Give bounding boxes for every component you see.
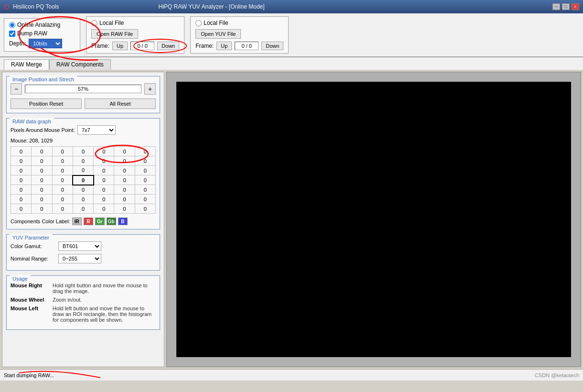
usage-desc: Hold right button and move the mouse to …	[53, 283, 156, 294]
dump-raw-checkbox[interactable]	[9, 31, 15, 37]
app-icon: ⬡	[4, 3, 9, 11]
grid-cell: 0	[114, 166, 135, 175]
grid-cell: 0	[135, 204, 155, 214]
grid-cell: 0	[11, 195, 32, 204]
usage-key: Mouse Left	[11, 305, 49, 323]
color-gb: Gb	[107, 218, 116, 225]
grid-cell: 0	[135, 195, 155, 204]
grid-cell: 0	[32, 195, 52, 204]
position-reset-button[interactable]: Position Reset	[11, 98, 82, 109]
yuv-parameter-title: YUV Parameter	[10, 234, 52, 241]
online-mode-radio[interactable]	[9, 22, 15, 28]
grid-cell: 0	[94, 166, 114, 175]
usage-row: Mouse LeftHold left button and move the …	[11, 305, 156, 323]
local-file1-radio[interactable]	[91, 20, 97, 26]
tab-raw-components[interactable]: RAW Components	[49, 59, 111, 70]
title-bar: ⬡ Hisilicon PQ Tools HiPQ RAW YUV Analyz…	[0, 0, 583, 13]
image-canvas	[176, 82, 571, 357]
grid-cell: 0	[52, 204, 73, 214]
grid-cell: 0	[73, 166, 93, 175]
app-name: Hisilicon PQ Tools	[13, 3, 59, 10]
image-position-section: Image Position and Strech − + Position R…	[6, 76, 160, 113]
frame1-down-button[interactable]: Down	[157, 42, 179, 50]
usage-row: Mouse WheelZoom in/out.	[11, 297, 156, 303]
raw-data-graph-section: RAW data graph Pixels Around Mouse Point…	[6, 118, 160, 229]
grid-cell: 0	[135, 175, 155, 185]
minimize-button[interactable]: −	[552, 3, 560, 10]
dump-raw-row: Dump RAW	[9, 30, 75, 37]
content-area: Image Position and Strech − + Position R…	[0, 70, 583, 369]
frame2-down-button[interactable]: Down	[261, 42, 283, 50]
grid-cell: 0	[32, 204, 52, 214]
grid-cell: 0	[11, 204, 32, 214]
color-ir: IR	[72, 218, 82, 225]
grid-cell: 0	[94, 175, 114, 185]
grid-cell: 0	[32, 185, 52, 195]
usage-desc: Zoom in/out.	[53, 297, 82, 303]
local-file2-frame-row: Frame: Up Down	[195, 42, 283, 50]
depth-select[interactable]: 10bits 8bits 12bits 14bits	[29, 39, 62, 48]
mouse-label: Mouse:	[11, 138, 28, 143]
grid-cell: 0	[52, 147, 73, 156]
usage-row: Mouse RightHold right button and move th…	[11, 283, 156, 294]
frame2-input[interactable]	[235, 42, 259, 50]
grid-cell: 0	[11, 175, 32, 185]
grid-cell: 0	[32, 175, 52, 185]
frame2-up-button[interactable]: Up	[216, 42, 232, 50]
pixel-grid: 0000000000000000000000000000000000000000…	[11, 146, 156, 214]
grid-cell: 0	[32, 156, 52, 166]
zoom-minus-button[interactable]: −	[11, 83, 22, 95]
local-file2-open-row: Open YUV File	[195, 29, 283, 39]
usage-key: Mouse Wheel	[11, 297, 49, 303]
local-file1-label: Local File	[99, 20, 124, 26]
zoom-plus-button[interactable]: +	[144, 83, 156, 95]
color-gamut-label: Color Gamut:	[11, 243, 58, 249]
grid-cell: 0	[114, 175, 135, 185]
dump-raw-label: Dump RAW	[17, 30, 47, 37]
usage-key: Mouse Right	[11, 283, 49, 294]
pixels-row: Pixels Around Mouse Point: 7x7 3x3 5x5 9…	[11, 125, 156, 135]
open-yuv-button[interactable]: Open YUV File	[195, 29, 241, 39]
grid-cell: 0	[32, 166, 52, 175]
grid-cell: 0	[73, 175, 93, 185]
status-bar: Start dumping RAW... CSDN @ketaotech	[0, 369, 583, 381]
pixels-select[interactable]: 7x7 3x3 5x5 9x9	[77, 125, 116, 135]
grid-cell: 0	[52, 175, 73, 185]
close-button[interactable]: ×	[572, 3, 579, 10]
grid-cell: 0	[73, 204, 93, 214]
reset-row: Position Reset All Reset	[11, 98, 156, 109]
local-file1-radio-row: Local File	[91, 20, 179, 26]
restore-button[interactable]: □	[562, 3, 570, 10]
left-panel: Image Position and Strech − + Position R…	[2, 72, 164, 367]
status-right-text: CSDN @ketaotech	[535, 372, 579, 378]
grid-cell: 0	[94, 156, 114, 166]
grid-cell: 0	[73, 195, 93, 204]
open-raw-button[interactable]: Open RAW File	[91, 29, 138, 39]
frame1-input[interactable]	[130, 42, 154, 50]
local-file1-frame-row: Frame: Up Down	[91, 42, 179, 50]
zoom-row: − +	[11, 83, 156, 95]
grid-cell: 0	[114, 204, 135, 214]
grid-cell: 0	[73, 147, 93, 156]
grid-cell: 0	[11, 166, 32, 175]
zoom-value-input[interactable]	[25, 85, 141, 93]
color-gamut-select[interactable]: BT601 BT709 BT2020	[58, 241, 101, 251]
nominal-range-select[interactable]: 0~255 16~235	[58, 254, 101, 263]
tab-raw-merge[interactable]: RAW Merge	[4, 59, 49, 70]
all-reset-button[interactable]: All Reset	[85, 98, 156, 109]
raw-data-graph-content: Pixels Around Mouse Point: 7x7 3x3 5x5 9…	[7, 119, 160, 229]
local-file2-radio[interactable]	[195, 20, 202, 26]
grid-cell: 0	[32, 147, 52, 156]
grid-cell: 0	[94, 185, 114, 195]
color-gamut-row: Color Gamut: BT601 BT709 BT2020	[11, 241, 156, 251]
grid-cell: 0	[52, 156, 73, 166]
grid-cell: 0	[94, 204, 114, 214]
local-file1-open-row: Open RAW File	[91, 29, 179, 39]
grid-cell: 0	[73, 185, 93, 195]
usage-section: Usage Mouse RightHold right button and m…	[6, 275, 160, 330]
grid-cell: 0	[52, 166, 73, 175]
depth-row: Depth: 10bits 8bits 12bits 14bits	[9, 39, 75, 48]
color-gr: Gr	[95, 218, 105, 225]
frame1-up-button[interactable]: Up	[112, 42, 128, 50]
window-title: HiPQ RAW YUV Analyzer - [Online Mode]	[158, 3, 264, 10]
